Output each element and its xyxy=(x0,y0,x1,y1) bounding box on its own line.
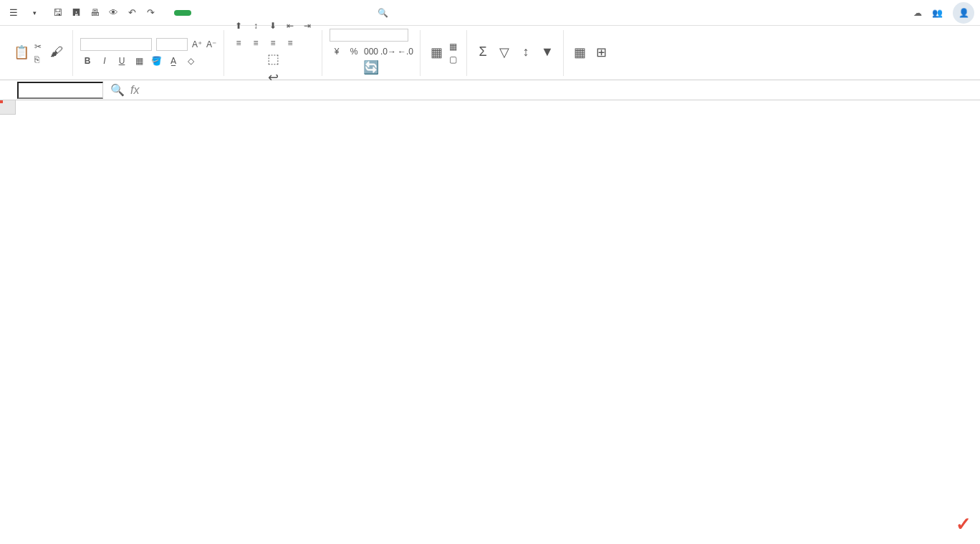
menu-icon[interactable]: ☰ xyxy=(6,5,21,21)
check-icon: ✓ xyxy=(956,513,971,535)
align-justify-icon[interactable]: ≡ xyxy=(283,36,297,50)
fx-icon[interactable]: fx xyxy=(130,84,139,97)
save-icon[interactable]: 🖫 xyxy=(51,6,64,19)
percent-icon[interactable]: % xyxy=(347,44,361,59)
increase-font-icon[interactable]: A⁺ xyxy=(192,39,202,49)
cut-button[interactable]: ✂ xyxy=(34,42,44,52)
paste-button[interactable]: 📋 xyxy=(13,44,30,62)
worksheet[interactable] xyxy=(0,100,980,544)
watermark: ✓ xyxy=(953,513,971,535)
align-left-icon[interactable]: ≡ xyxy=(231,36,246,50)
conditional-format-button[interactable]: ▦ xyxy=(428,44,445,62)
indent-inc-icon[interactable]: ⇥ xyxy=(300,19,314,33)
merge-button[interactable]: ⬚ xyxy=(264,50,282,69)
format-painter-button[interactable]: 🖌 xyxy=(48,44,65,62)
search-input[interactable]: 🔍 xyxy=(378,8,388,18)
copy-button[interactable]: ⎘ xyxy=(34,54,44,65)
font-size-combo[interactable] xyxy=(156,38,188,51)
title-bar: ☰ ▾ 🖫 🖪 🖶 👁 ↶ ↷ 🔍 ☁ 👥 👤 xyxy=(0,0,980,26)
font-name-combo[interactable] xyxy=(80,38,152,51)
avatar[interactable]: 👤 xyxy=(953,2,974,24)
ribbon-tabs xyxy=(174,10,363,16)
tab-insert[interactable] xyxy=(204,10,213,16)
sort-button[interactable]: ↕ xyxy=(517,44,534,62)
align-middle-icon[interactable]: ↕ xyxy=(249,19,263,33)
currency-icon[interactable]: ¥ xyxy=(330,44,344,59)
file-menu[interactable]: ▾ xyxy=(24,8,42,18)
dec-dec-icon[interactable]: ←.0 xyxy=(398,44,413,59)
indent-dec-icon[interactable]: ⇤ xyxy=(283,19,297,33)
table-style-button[interactable]: ▦ xyxy=(449,42,459,52)
quick-access-toolbar: 🖫 🖪 🖶 👁 ↶ ↷ xyxy=(51,6,157,19)
rowcol-button[interactable]: ⊞ xyxy=(592,44,610,62)
fx-search-icon[interactable]: 🔍 xyxy=(110,83,125,97)
filter-button[interactable]: ▽ xyxy=(496,44,513,62)
ribbon: 📋 ✂ ⎘ 🖌 A⁺ A⁻ B I U ▦ 🪣 A̲ ◇ xyxy=(0,26,980,80)
align-center-icon[interactable]: ≡ xyxy=(249,36,263,50)
number-format-combo[interactable] xyxy=(330,29,408,42)
dec-inc-icon[interactable]: .0→ xyxy=(381,44,395,59)
select-all-corner[interactable] xyxy=(0,100,16,115)
font-color-icon[interactable]: A̲ xyxy=(166,54,181,68)
sync-status[interactable]: ☁ xyxy=(913,8,922,18)
undo-icon[interactable]: ↶ xyxy=(125,6,138,19)
tab-home[interactable] xyxy=(174,10,191,16)
tab-data[interactable] xyxy=(269,10,277,16)
border-icon[interactable]: ▦ xyxy=(132,54,146,68)
sum-button[interactable]: Σ xyxy=(474,44,491,62)
preview-icon[interactable]: 👁 xyxy=(107,6,120,19)
saveas-icon[interactable]: 🖪 xyxy=(69,6,82,19)
print-icon[interactable]: 🖶 xyxy=(88,6,101,19)
comma-icon[interactable]: 000 xyxy=(364,44,378,59)
decrease-font-icon[interactable]: A⁻ xyxy=(206,39,216,49)
fill-button[interactable]: ▼ xyxy=(539,44,556,62)
align-right-icon[interactable]: ≡ xyxy=(266,36,280,50)
tab-review[interactable] xyxy=(290,10,299,16)
formula-bar: 🔍 fx xyxy=(0,80,980,100)
align-top-icon[interactable]: ⬆ xyxy=(231,19,246,33)
type-convert-button[interactable]: 🔄 xyxy=(362,59,380,77)
collab-button[interactable]: 👥 xyxy=(932,8,943,18)
italic-icon[interactable]: I xyxy=(97,54,112,68)
redo-icon[interactable]: ↷ xyxy=(144,6,157,19)
tab-layout[interactable] xyxy=(226,10,234,16)
cells-button[interactable]: ▦ xyxy=(571,44,588,62)
tab-dev[interactable] xyxy=(333,10,342,16)
bold-icon[interactable]: B xyxy=(80,54,95,68)
wrap-button[interactable]: ↩ xyxy=(264,69,282,87)
cell-style-button[interactable]: ▢ xyxy=(449,54,459,65)
tab-view[interactable] xyxy=(312,10,320,16)
underline-icon[interactable]: U xyxy=(115,54,129,68)
tab-formula[interactable] xyxy=(247,10,256,16)
align-bottom-icon[interactable]: ⬇ xyxy=(266,19,280,33)
tab-member[interactable] xyxy=(355,10,363,16)
name-box[interactable] xyxy=(17,82,103,99)
fill-color-icon[interactable]: 🪣 xyxy=(149,54,163,68)
clear-format-icon[interactable]: ◇ xyxy=(183,54,198,68)
